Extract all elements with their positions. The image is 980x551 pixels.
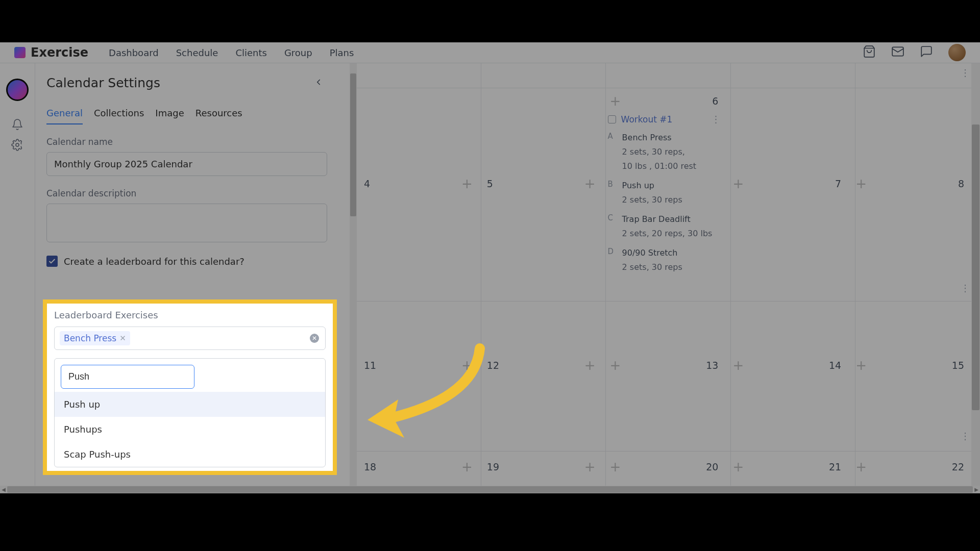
scrollbar-thumb[interactable] — [7, 486, 973, 493]
leaderboard-exercises-box: Leaderboard Exercises Bench Press ✕ ✕ Pu… — [43, 299, 337, 475]
day-number: 18 — [364, 461, 376, 472]
day-cell[interactable]: +13 — [603, 302, 726, 429]
day-number: 6 — [712, 95, 718, 107]
day-number: 7 — [835, 178, 841, 189]
exercise-row: D90/90 Stretch2 sets, 30 reps — [608, 247, 721, 273]
brand-label: Exercise — [31, 45, 88, 60]
chat-icon[interactable] — [920, 45, 933, 60]
day-cell[interactable]: +21 — [725, 452, 848, 482]
dropdown-option[interactable]: Pushups — [55, 417, 325, 442]
add-icon[interactable]: + — [610, 93, 621, 109]
dropdown-option[interactable]: Scap Push-ups — [55, 442, 325, 467]
calendar-scrollbar[interactable] — [971, 63, 980, 486]
scroll-left-icon[interactable]: ◀ — [0, 486, 7, 493]
calendar-row-1: 4+ 5+ +6 Workout #1 ⋮ ABench Press2 sets… — [357, 88, 971, 279]
add-icon[interactable]: + — [732, 358, 744, 373]
day-number: 21 — [829, 461, 841, 472]
day-number: 15 — [952, 360, 964, 371]
calendar-description-input[interactable] — [46, 204, 327, 242]
selected-exercises-input[interactable]: Bench Press ✕ ✕ — [54, 327, 326, 350]
shopping-bag-icon[interactable] — [863, 45, 876, 60]
add-icon[interactable]: + — [461, 176, 473, 191]
day-number: 14 — [829, 360, 841, 371]
row-more-icon[interactable]: ⋮ — [961, 283, 969, 293]
day-cell[interactable]: +7 — [725, 88, 848, 279]
label-calendar-description: Calendar description — [46, 188, 329, 198]
add-icon[interactable]: + — [855, 358, 867, 373]
exercise-name: 90/90 Stretch — [622, 247, 682, 259]
collapse-panel-button[interactable] — [314, 78, 323, 89]
settings-scrollbar[interactable] — [350, 63, 357, 486]
add-icon[interactable]: + — [610, 358, 621, 373]
exercise-name: Trap Bar Deadlift — [622, 213, 713, 226]
calendar-name-input[interactable] — [46, 152, 327, 176]
tab-resources[interactable]: Resources — [195, 108, 242, 124]
tag-label: Bench Press — [64, 333, 116, 343]
scrollbar-thumb[interactable] — [972, 124, 979, 410]
scroll-right-icon[interactable]: ▶ — [973, 486, 980, 493]
checkbox-checked-icon[interactable] — [46, 256, 58, 267]
day-cell[interactable]: 4+ — [357, 88, 480, 279]
brand[interactable]: Exercise — [14, 45, 88, 60]
add-icon[interactable]: + — [732, 176, 744, 191]
day-cell[interactable]: +22 — [848, 452, 971, 482]
day-cell[interactable]: +8 — [848, 88, 971, 279]
add-icon[interactable]: + — [584, 459, 596, 474]
nav-clients[interactable]: Clients — [235, 47, 267, 58]
leaderboard-checkbox-row[interactable]: Create a leaderboard for this calendar? — [46, 256, 329, 267]
mail-icon[interactable] — [891, 45, 904, 60]
primary-nav: Dashboard Schedule Clients Group Plans — [109, 47, 354, 58]
nav-plans[interactable]: Plans — [330, 47, 354, 58]
settings-tabs: General Collections Image Resources — [46, 108, 329, 124]
tab-image[interactable]: Image — [155, 108, 184, 124]
horizontal-scrollbar[interactable]: ◀ ▶ — [0, 486, 980, 493]
day-cell[interactable]: +15 — [848, 302, 971, 429]
dropdown-option[interactable]: Push up — [55, 392, 325, 417]
scrollbar-thumb[interactable] — [350, 73, 356, 216]
nav-group[interactable]: Group — [284, 47, 312, 58]
add-icon[interactable]: + — [855, 459, 867, 474]
day-cell[interactable]: +6 Workout #1 ⋮ ABench Press2 sets, 30 r… — [603, 88, 726, 279]
bell-icon[interactable] — [11, 118, 23, 133]
exercise-name: Bench Press — [622, 132, 697, 144]
add-icon[interactable]: + — [610, 459, 621, 474]
label-calendar-name: Calendar name — [46, 137, 329, 147]
topbar-actions — [863, 44, 966, 61]
add-icon[interactable]: + — [732, 459, 744, 474]
add-icon[interactable]: + — [461, 459, 473, 474]
clear-all-icon[interactable]: ✕ — [310, 334, 319, 343]
exercise-row: BPush up2 sets, 30 reps — [608, 180, 721, 206]
add-icon[interactable]: + — [584, 358, 596, 373]
workout-checkbox[interactable] — [608, 115, 616, 123]
day-cell[interactable]: +20 — [603, 452, 726, 482]
tab-general[interactable]: General — [46, 108, 83, 124]
row-more-icon[interactable]: ⋮ — [961, 431, 969, 441]
workout-more-icon[interactable]: ⋮ — [711, 114, 720, 124]
day-cell[interactable]: 5+ — [480, 88, 603, 279]
annotation-arrow-icon — [357, 343, 490, 445]
nav-schedule[interactable]: Schedule — [176, 47, 218, 58]
gear-icon[interactable] — [11, 139, 23, 153]
day-number: 20 — [706, 461, 718, 472]
day-number: 13 — [706, 360, 718, 371]
remove-tag-icon[interactable]: ✕ — [119, 334, 126, 343]
calendar-more-icon[interactable]: ⋮ — [961, 67, 969, 78]
add-icon[interactable]: + — [584, 176, 596, 191]
leaderboard-checkbox-label: Create a leaderboard for this calendar? — [64, 256, 244, 267]
svg-point-1 — [16, 143, 19, 146]
org-avatar[interactable] — [6, 79, 29, 101]
tab-collections[interactable]: Collections — [94, 108, 144, 124]
exercise-search-input[interactable] — [61, 365, 194, 389]
day-cell[interactable]: 19+ — [480, 452, 603, 482]
day-cell[interactable]: +14 — [725, 302, 848, 429]
user-avatar[interactable] — [948, 44, 966, 61]
add-icon[interactable]: + — [855, 176, 867, 191]
day-number: 19 — [487, 461, 499, 472]
workout-card[interactable]: Workout #1 ⋮ ABench Press2 sets, 30 reps… — [608, 114, 721, 273]
svg-rect-0 — [892, 47, 903, 56]
nav-dashboard[interactable]: Dashboard — [109, 47, 159, 58]
workout-title[interactable]: Workout #1 — [621, 114, 673, 124]
selected-tag[interactable]: Bench Press ✕ — [60, 331, 130, 345]
day-cell[interactable]: 18+ — [357, 452, 480, 482]
day-cell[interactable]: 12+ — [480, 302, 603, 429]
